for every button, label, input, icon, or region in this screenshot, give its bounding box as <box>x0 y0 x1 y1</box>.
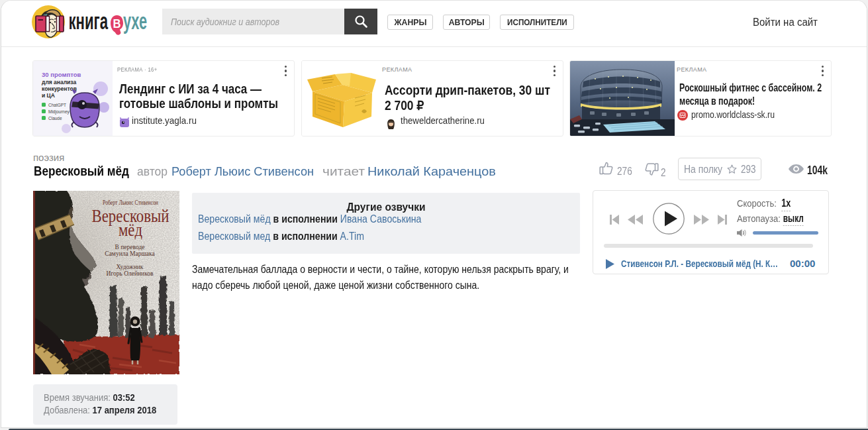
svg-text:В переводе: В переводе <box>115 244 145 250</box>
svg-text:мёд: мёд <box>119 219 142 240</box>
svg-text:Самуила Маршака: Самуила Маршака <box>105 250 155 257</box>
svg-text:для анализа: для анализа <box>42 79 76 85</box>
svg-text:Midjourney: Midjourney <box>48 109 70 115</box>
svg-text:ChatGPT: ChatGPT <box>48 103 66 107</box>
svg-text:30 промптов: 30 промптов <box>42 71 81 78</box>
svg-text:Художник: Художник <box>117 264 144 270</box>
svg-text:Игорь Олейников: Игорь Олейников <box>106 270 154 277</box>
svg-text:В: В <box>113 17 121 30</box>
svg-text:и ЦА: и ЦА <box>42 92 55 99</box>
svg-text:ухе: ухе <box>123 8 147 34</box>
svg-text:Claude: Claude <box>48 116 62 121</box>
svg-text:конкурентов: конкурентов <box>42 85 77 92</box>
svg-text:книга: книга <box>70 8 108 34</box>
